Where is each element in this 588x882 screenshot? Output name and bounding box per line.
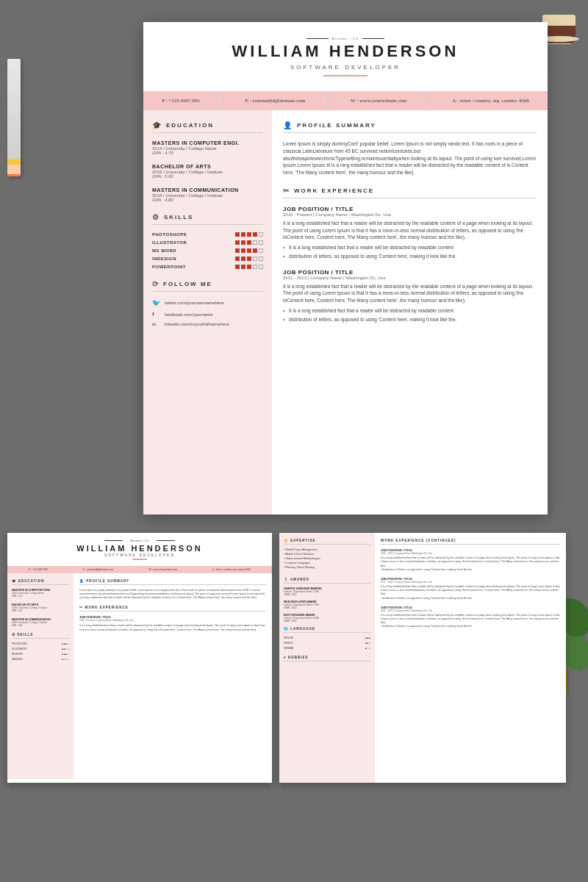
dot (235, 248, 240, 253)
dot (253, 240, 257, 245)
left-column: 🎓 EDUCATION MASTERS IN COMPUTER ENGI. 20… (143, 110, 272, 514)
page-background: Resume / Co WILLIAM HENDERSON SOFTWARE D… (0, 0, 588, 882)
skill-dots-1 (235, 232, 263, 237)
edu-gpa-3: GPA : 4.80 (152, 198, 263, 202)
dot (235, 257, 240, 261)
preview-page-1: Resume / Co WILLIAM HENDERSON SOFTWARE D… (7, 533, 272, 783)
dot (235, 240, 240, 245)
skill-powerpoint: POWERPOINT (152, 265, 263, 269)
hobbies-title: ♥ HOBBIES (284, 656, 370, 662)
skills-title: ⚙ SKILLS (152, 213, 263, 225)
dot (241, 248, 245, 253)
edu-item-2: BACHELOR OF ARTS 2018 / University / Col… (152, 164, 263, 179)
skills-section: ⚙ SKILLS PHOTOSHOPE (152, 213, 263, 269)
job-bullets-2: It is a long established fact that a rea… (283, 307, 537, 323)
bottom-previews: Resume / Co WILLIAM HENDERSON SOFTWARE D… (7, 533, 581, 783)
preview1-right-col: 👤 PROFILE SUMMARY Lorem Ipsum is simply … (74, 573, 272, 779)
facebook-item: f facebook.com/yourname (152, 311, 263, 318)
bullet-item: It is a long established fact that a rea… (289, 307, 537, 315)
dot (247, 257, 251, 261)
education-title: 🎓 EDUCATION (152, 121, 263, 133)
edu-degree-3: MASTERS IN COMMUNICATION (152, 187, 263, 193)
follow-icon: ⟳ (152, 280, 159, 288)
bullet-item: It is a long established fact that a rea… (289, 244, 537, 251)
preview1-title: SOFTWARE DEVELOPER (15, 553, 265, 557)
award-3: BEST DESIGNER AWARD Institute / Organiza… (284, 614, 370, 623)
edu-gpa-2: GPA : 5.00 (152, 174, 263, 179)
skill-dots-5 (235, 265, 263, 269)
dot (253, 265, 257, 269)
bullet-item: distribution of letters, as opposed to u… (289, 316, 537, 323)
work-section: ✂ WORK EXPERIENCE JOB POSITION / TITLE 2… (283, 187, 537, 323)
job-item-1: JOB POSITION / TITLE 2016 - Present | Co… (283, 206, 537, 260)
skill-photoshop: PHOTOSHOPE (152, 232, 263, 237)
dot (259, 240, 263, 245)
dot (253, 248, 257, 253)
dot (247, 265, 251, 269)
main-resume-page: Resume / Co WILLIAM HENDERSON SOFTWARE D… (143, 22, 548, 514)
job-title-1: JOB POSITION / TITLE (283, 206, 537, 212)
twitter-item: 🐦 twitter.com/yourusernamehere (152, 299, 263, 306)
preview2-left-col: 🏆 EXPERTISE • Global Project Management … (279, 533, 375, 783)
preview1-body: 🎓 EDUCATION MASTERS IN COMPUTER ENGI. 20… (7, 573, 272, 779)
profile-icon: 👤 (283, 121, 293, 129)
resume-title: SOFTWARE DEVELOPER (158, 64, 533, 71)
edu-gpa-1: GPA : 4.75 (152, 151, 263, 155)
resume-header: Resume / Co WILLIAM HENDERSON SOFTWARE D… (143, 22, 548, 91)
dot (253, 257, 257, 261)
preview1-name: WILLIAM HENDERSON (15, 544, 265, 553)
title-underline (323, 75, 368, 76)
job-desc-2: It is a long established fact that a rea… (283, 283, 537, 304)
skill-illustrator: ILLUSTRATOR (152, 240, 263, 245)
preview1-edu-3: MASTERS IN COMMUNICATION 2018 / Universi… (12, 618, 69, 627)
skill-dots-4 (235, 257, 263, 261)
work-title: ✂ WORK EXPERIENCE (283, 187, 537, 198)
expertise-title: 🏆 EXPERTISE (284, 539, 370, 545)
dot (259, 265, 263, 269)
preview1-brand: Resume / Co (15, 539, 265, 542)
skill-dots-2 (235, 240, 263, 245)
address-contact: A : street / country, zip, country 4568 (452, 98, 528, 104)
language-title: 🌐 LANGUAGE (284, 627, 370, 633)
contact-bar: P : +123 4567 893 E : yourmailid@domain.… (143, 91, 548, 110)
preview2-right-col: WORK EXPERIENCE (CONTINUED) JOB POSITION… (375, 533, 566, 783)
preview1-left-col: 🎓 EDUCATION MASTERS IN COMPUTER ENGI. 20… (7, 573, 74, 779)
skill-dots-3 (235, 248, 263, 253)
email-text: E : yourmailid@domain.com (245, 98, 306, 104)
education-section: 🎓 EDUCATION MASTERS IN COMPUTER ENGI. 20… (152, 121, 263, 202)
email-contact: E : yourmailid@domain.com (245, 98, 306, 104)
address-text: A : street / country, zip, country 4568 (452, 98, 528, 104)
dot (241, 257, 245, 261)
preview1-edu-1: MASTERS IN COMPUTER ENGI. 2014 / Univers… (12, 589, 69, 598)
bullet-item: distribution of letters, as opposed to u… (289, 253, 537, 260)
work-cont-title: WORK EXPERIENCE (CONTINUED) (381, 539, 560, 545)
preview1-edu-title: 🎓 EDUCATION (12, 579, 69, 585)
job-meta-1: 2016 - Present | Company Name | Washingt… (283, 212, 537, 217)
website-contact: W : www.yourwebsite.com (351, 98, 406, 104)
preview1-underline (132, 559, 147, 560)
profile-text: Lorem Ipsum is simply dummyCont' popular… (283, 140, 537, 176)
phone-text: P : +123 4567 893 (162, 98, 200, 104)
dot (259, 232, 263, 237)
linkedin-icon: in (152, 322, 161, 326)
preview2-job-2: JOB POSITION / TITLE 2011 - 2013 | Compa… (381, 577, 560, 600)
skill-indesign: INDESIGN (152, 257, 263, 261)
follow-section: ⟳ FOLLOW ME 🐦 twitter.com/yourusernamehe… (152, 280, 263, 326)
brand-line: Resume / Co (158, 37, 533, 40)
award-1: GRAPHIC DESIGNER AWARDS Institute / Orga… (284, 587, 370, 596)
resume-name: WILLIAM HENDERSON (158, 42, 533, 61)
follow-title: ⟳ FOLLOW ME (152, 280, 263, 292)
edu-degree-1: MASTERS IN COMPUTER ENGI. (152, 140, 263, 146)
resume-body: 🎓 EDUCATION MASTERS IN COMPUTER ENGI. 20… (143, 110, 548, 514)
job-item-2: JOB POSITION / TITLE 2011 - 2013 | Compa… (283, 269, 537, 323)
phone-contact: P : +123 4567 893 (162, 98, 200, 104)
preview1-edu-2: BACHELOR OF ARTS 2018 / University / Col… (12, 603, 69, 612)
skill-msword: MS WORD (152, 248, 263, 253)
preview-page-2: 🏆 EXPERTISE • Global Project Management … (279, 533, 566, 783)
dot (241, 265, 245, 269)
dot (253, 232, 257, 237)
linkedin-item: in linkedin.com/in/yourfullnamehere (152, 322, 263, 326)
dot (235, 265, 240, 269)
preview1-skills-title: ⚙ SKILLS (12, 633, 69, 639)
dot (259, 248, 263, 253)
